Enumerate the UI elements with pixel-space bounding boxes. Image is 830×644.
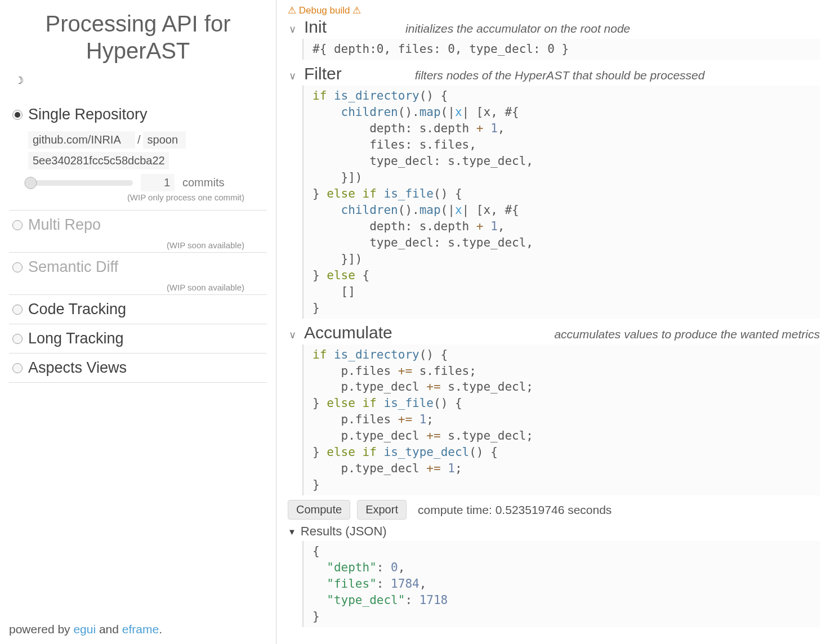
results-title: Results (JSON) [301, 524, 387, 539]
debug-build-warning: ⚠ Debug build ⚠ [288, 5, 820, 16]
section-title: Init [304, 17, 327, 37]
nav-label: Semantic Diff [28, 258, 118, 276]
radio-icon [12, 363, 23, 373]
nav-code-tracking[interactable]: Code Tracking [9, 294, 267, 324]
wip-note: (WIP soon available) [9, 239, 267, 252]
nav-label: Aspects Views [28, 359, 127, 377]
commits-label: commits [182, 176, 224, 189]
repo-name-input[interactable] [143, 131, 186, 149]
app-title: Processing API for HyperAST [9, 10, 267, 64]
compute-button[interactable]: Compute [288, 500, 350, 520]
section-desc: accumulates values to produce the wanted… [537, 328, 820, 341]
nav-label: Multi Repo [28, 216, 101, 234]
accumulate-code-editor[interactable]: if is_directory() { p.files += s.files; … [302, 345, 820, 496]
nav-semantic-diff[interactable]: Semantic Diff [9, 252, 267, 281]
repo-host-input[interactable] [28, 131, 135, 149]
egui-link[interactable]: egui [73, 623, 96, 636]
nav-single-repository[interactable]: Single Repository [9, 100, 267, 129]
commits-slider[interactable] [28, 180, 133, 186]
init-code-editor[interactable]: #{ depth:0, files: 0, type_decl: 0 } [302, 39, 820, 60]
compute-time-label: compute time: 0.523519746 seconds [418, 503, 612, 517]
footer-text: and [96, 623, 122, 636]
action-row: Compute Export compute time: 0.523519746… [288, 500, 820, 520]
sidebar: Processing API for HyperAST ☽ Single Rep… [0, 0, 276, 644]
nav-label: Code Tracking [28, 301, 126, 318]
radio-icon [12, 262, 23, 272]
section-toggle-icon[interactable]: ∨ [287, 329, 298, 341]
section-title: Accumulate [304, 323, 392, 342]
slider-thumb-icon [24, 177, 37, 189]
results-header[interactable]: ▼ Results (JSON) [288, 524, 820, 539]
radio-icon [12, 305, 23, 315]
commit-hash-input[interactable] [28, 152, 169, 169]
nav-list: Single Repository / commits (WIP only pr… [9, 100, 267, 383]
wip-note: (WIP only process one commit) [28, 191, 267, 204]
export-button[interactable]: Export [357, 500, 407, 520]
nav-multi-repo[interactable]: Multi Repo [9, 210, 267, 239]
wip-note: (WIP soon available) [9, 281, 267, 294]
section-filter: ∨ Filter filters nodes of the HyperAST t… [287, 64, 820, 319]
nav-label: Single Repository [28, 106, 148, 123]
footer: powered by egui and eframe. [9, 623, 162, 636]
section-init: ∨ Init initializes the accumulator on th… [287, 17, 820, 60]
single-repo-panel: / commits (WIP only process one commit) [9, 129, 267, 210]
commits-count-input[interactable] [141, 174, 175, 191]
section-toggle-icon[interactable]: ∨ [287, 70, 298, 82]
nav-label: Long Tracking [28, 330, 124, 347]
eframe-link[interactable]: eframe [122, 623, 159, 636]
filter-code-editor[interactable]: if is_directory() { children().map(|x| [… [302, 86, 820, 319]
radio-icon [12, 220, 23, 230]
section-desc: initializes the accumulator on the root … [389, 22, 630, 35]
disclosure-triangle-icon: ▼ [288, 527, 296, 536]
slash: / [137, 133, 141, 146]
nav-aspects-views[interactable]: Aspects Views [9, 353, 267, 383]
results-json: { "depth": 0, "files": 1784, "type_decl"… [302, 541, 820, 627]
footer-text: powered by [9, 623, 73, 636]
radio-icon [12, 110, 23, 120]
section-title: Filter [304, 64, 342, 83]
theme-toggle-icon[interactable]: ☽ [15, 74, 267, 87]
nav-long-tracking[interactable]: Long Tracking [9, 324, 267, 353]
radio-icon [12, 334, 23, 344]
section-accumulate: ∨ Accumulate accumulates values to produ… [287, 323, 820, 496]
main-panel: ⚠ Debug build ⚠ ∨ Init initializes the a… [276, 0, 830, 644]
section-desc: filters nodes of the HyperAST that shoul… [398, 69, 705, 82]
footer-text: . [159, 623, 162, 636]
section-toggle-icon[interactable]: ∨ [287, 23, 298, 35]
